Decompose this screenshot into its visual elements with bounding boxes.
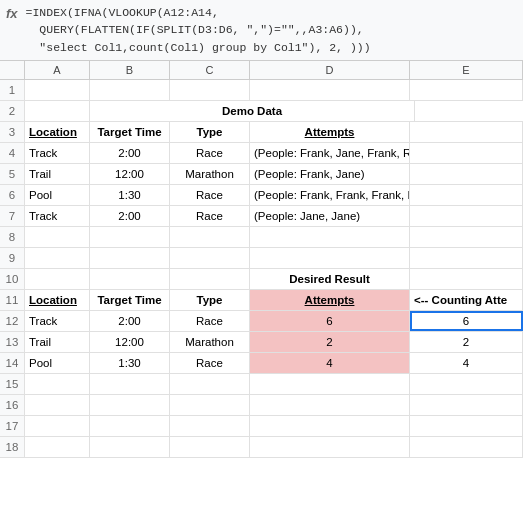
- cell-a8[interactable]: [25, 227, 90, 247]
- cell-c14[interactable]: Race: [170, 353, 250, 373]
- cell-e16[interactable]: [410, 395, 523, 415]
- col-header-b[interactable]: B: [90, 61, 170, 79]
- cell-a4[interactable]: Track: [25, 143, 90, 163]
- cell-a10[interactable]: [25, 269, 90, 289]
- cell-e1[interactable]: [410, 80, 523, 100]
- cell-e2[interactable]: [415, 101, 523, 121]
- cell-e10[interactable]: [410, 269, 523, 289]
- cell-b6[interactable]: 1:30: [90, 185, 170, 205]
- cell-d10[interactable]: Desired Result: [250, 269, 410, 289]
- cell-a15[interactable]: [25, 374, 90, 394]
- col-header-a[interactable]: A: [25, 61, 90, 79]
- cell-a18[interactable]: [25, 437, 90, 457]
- cell-a14[interactable]: Pool: [25, 353, 90, 373]
- cell-d16[interactable]: [250, 395, 410, 415]
- cell-c7[interactable]: Race: [170, 206, 250, 226]
- cell-b2[interactable]: Demo Data: [90, 101, 415, 121]
- cell-d13[interactable]: 2: [250, 332, 410, 352]
- cell-e7[interactable]: [410, 206, 523, 226]
- cell-e15[interactable]: [410, 374, 523, 394]
- cell-c15[interactable]: [170, 374, 250, 394]
- cell-b9[interactable]: [90, 248, 170, 268]
- cell-d1[interactable]: [250, 80, 410, 100]
- cell-c6[interactable]: Race: [170, 185, 250, 205]
- cell-b1[interactable]: [90, 80, 170, 100]
- cell-d14[interactable]: 4: [250, 353, 410, 373]
- cell-c1[interactable]: [170, 80, 250, 100]
- cell-b8[interactable]: [90, 227, 170, 247]
- cell-c12[interactable]: Race: [170, 311, 250, 331]
- col-header-e[interactable]: E: [410, 61, 523, 79]
- cell-e11[interactable]: <-- Counting Atte: [410, 290, 523, 310]
- cell-d3[interactable]: Attempts: [250, 122, 410, 142]
- cell-c13[interactable]: Marathon: [170, 332, 250, 352]
- cell-c10[interactable]: [170, 269, 250, 289]
- cell-e14[interactable]: 4: [410, 353, 523, 373]
- cell-c8[interactable]: [170, 227, 250, 247]
- col-header-d[interactable]: D: [250, 61, 410, 79]
- cell-e13[interactable]: 2: [410, 332, 523, 352]
- cell-b5[interactable]: 12:00: [90, 164, 170, 184]
- cell-d7[interactable]: (People: Jane, Jane): [250, 206, 410, 226]
- cell-a6[interactable]: Pool: [25, 185, 90, 205]
- cell-a12[interactable]: Track: [25, 311, 90, 331]
- cell-e18[interactable]: [410, 437, 523, 457]
- cell-e5[interactable]: [410, 164, 523, 184]
- cell-a9[interactable]: [25, 248, 90, 268]
- cell-b13[interactable]: 12:00: [90, 332, 170, 352]
- row-num-2: 2: [0, 101, 25, 121]
- cell-a3[interactable]: Location: [25, 122, 90, 142]
- cell-b4[interactable]: 2:00: [90, 143, 170, 163]
- cell-d5[interactable]: (People: Frank, Jane): [250, 164, 410, 184]
- cell-a17[interactable]: [25, 416, 90, 436]
- cell-e8[interactable]: [410, 227, 523, 247]
- cell-c17[interactable]: [170, 416, 250, 436]
- cell-c3[interactable]: Type: [170, 122, 250, 142]
- cell-a2[interactable]: [25, 101, 90, 121]
- table-row: 1: [0, 80, 523, 101]
- cell-d12[interactable]: 6: [250, 311, 410, 331]
- cell-d8[interactable]: [250, 227, 410, 247]
- cell-d15[interactable]: [250, 374, 410, 394]
- cell-d11[interactable]: Attempts: [250, 290, 410, 310]
- col-header-c[interactable]: C: [170, 61, 250, 79]
- cell-b12[interactable]: 2:00: [90, 311, 170, 331]
- cell-a11[interactable]: Location: [25, 290, 90, 310]
- cell-a16[interactable]: [25, 395, 90, 415]
- cell-c18[interactable]: [170, 437, 250, 457]
- cell-d18[interactable]: [250, 437, 410, 457]
- cell-c16[interactable]: [170, 395, 250, 415]
- cell-b10[interactable]: [90, 269, 170, 289]
- cell-b11[interactable]: Target Time: [90, 290, 170, 310]
- cell-e6[interactable]: [410, 185, 523, 205]
- cell-a1[interactable]: [25, 80, 90, 100]
- cell-e9[interactable]: [410, 248, 523, 268]
- cell-a7[interactable]: Track: [25, 206, 90, 226]
- cell-d4[interactable]: (People: Frank, Jane, Frank, Rebe: [250, 143, 410, 163]
- cell-e17[interactable]: [410, 416, 523, 436]
- cell-b16[interactable]: [90, 395, 170, 415]
- formula-text: =INDEX(IFNA(VLOOKUP(A12:A14, QUERY(FLATT…: [26, 4, 371, 56]
- row-num-13: 13: [0, 332, 25, 352]
- cell-b18[interactable]: [90, 437, 170, 457]
- table-row: 4 Track 2:00 Race (People: Frank, Jane, …: [0, 143, 523, 164]
- cell-d17[interactable]: [250, 416, 410, 436]
- cell-b15[interactable]: [90, 374, 170, 394]
- cell-d6[interactable]: (People: Frank, Frank, Frank, Reb: [250, 185, 410, 205]
- row-num-16: 16: [0, 395, 25, 415]
- cell-e4[interactable]: [410, 143, 523, 163]
- cell-b7[interactable]: 2:00: [90, 206, 170, 226]
- cell-d9[interactable]: [250, 248, 410, 268]
- cell-b14[interactable]: 1:30: [90, 353, 170, 373]
- cell-c4[interactable]: Race: [170, 143, 250, 163]
- cell-c5[interactable]: Marathon: [170, 164, 250, 184]
- cell-c11[interactable]: Type: [170, 290, 250, 310]
- cell-e12[interactable]: 6: [410, 311, 523, 331]
- cell-b17[interactable]: [90, 416, 170, 436]
- cell-a13[interactable]: Trail: [25, 332, 90, 352]
- cell-a5[interactable]: Trail: [25, 164, 90, 184]
- cell-b3[interactable]: Target Time: [90, 122, 170, 142]
- cell-e3[interactable]: [410, 122, 523, 142]
- cell-c9[interactable]: [170, 248, 250, 268]
- table-row: 6 Pool 1:30 Race (People: Frank, Frank, …: [0, 185, 523, 206]
